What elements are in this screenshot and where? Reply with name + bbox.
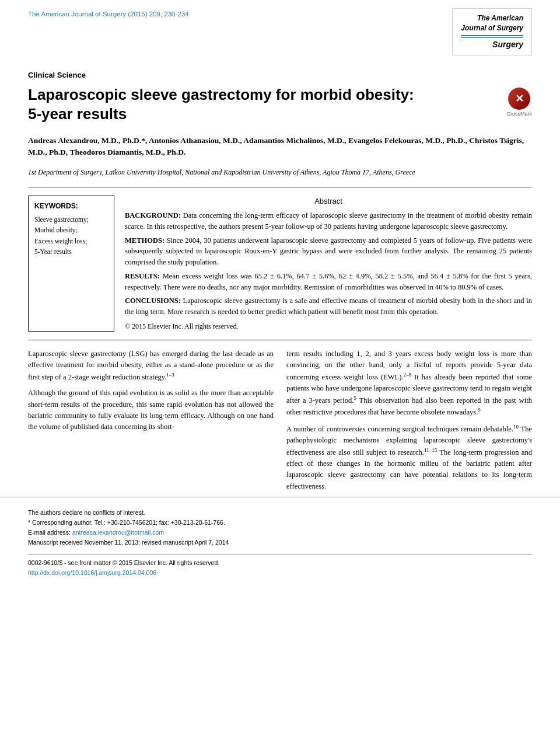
- logo-divider2: [461, 37, 523, 38]
- body-col1-p1: Laparoscopic sleeve gastrectomy (LSG) ha…: [28, 348, 274, 383]
- footer-corresponding: * Corresponding author. Tel.: +30-210-74…: [28, 518, 532, 528]
- results-text: Mean excess weight loss was 65.2 ± 6.1%,…: [125, 272, 532, 291]
- body-column-left: Laparoscopic sleeve gastrectomy (LSG) ha…: [28, 348, 274, 497]
- abstract-methods: METHODS: Since 2004, 30 patients underwe…: [125, 235, 532, 268]
- footer-email: E-mail address: antreasa.lexandrou@hotma…: [28, 528, 532, 538]
- footer-conflicts: The authors declare no conflicts of inte…: [28, 508, 532, 518]
- body-col2-p2b-sup: 11–15: [424, 447, 437, 453]
- background-text: Data concerning the long-term efficacy o…: [125, 211, 532, 231]
- authors-text: Andreas Alexandrou, M.D., Ph.D.*, Antoni…: [28, 136, 524, 156]
- conclusions-text: Laparoscopic sleeve gastrectomy is a saf…: [125, 297, 532, 316]
- keywords-title: KEYWORDS:: [34, 201, 108, 212]
- journal-logo: The American Journal of Surgery Surgery: [452, 8, 532, 55]
- footer-email-address[interactable]: antreasa.lexandrou@hotmail.com: [72, 529, 164, 536]
- abstract-content: Abstract BACKGROUND: Data concerning the…: [125, 196, 532, 332]
- affiliation: 1st Department of Surgery, Laïkon Univer…: [0, 162, 560, 184]
- body-col2-p1-sup: 2–8: [403, 372, 411, 378]
- abstract-conclusions: CONCLUSIONS: Laparoscopic sleeve gastrec…: [125, 295, 532, 318]
- page-header: The American Journal of Surgery (2015) 2…: [0, 0, 560, 60]
- body-col1-p2: Although the ground of this rapid evolut…: [28, 388, 274, 433]
- divider-top: [28, 187, 532, 187]
- body-col1-p1-text: Laparoscopic sleeve gastrectomy (LSG) ha…: [28, 350, 274, 381]
- footer-doi[interactable]: http://dx.doi.org/10.1016/j.amjsurg.2014…: [28, 568, 532, 578]
- methods-key: METHODS:: [125, 236, 164, 245]
- logo-line2: Journal of Surgery: [461, 23, 523, 33]
- page-footer: The authors declare no conflicts of inte…: [0, 497, 560, 583]
- crossmark-icon: ✕: [508, 88, 530, 110]
- crossmark-label: CrossMark: [506, 111, 532, 117]
- keyword-3: Excess weight loss;: [34, 236, 108, 246]
- body-col2-p1: term results including 1, 2, and 3 years…: [286, 348, 532, 419]
- body-column-right: term results including 1, 2, and 3 years…: [286, 348, 532, 497]
- results-key: RESULTS:: [125, 272, 160, 280]
- keywords-box: KEYWORDS: Sleeve gastrectomy; Morbid obe…: [28, 196, 114, 332]
- logo-line1: The American: [461, 13, 523, 23]
- article-title: Laparoscopic sleeve gastrectomy for morb…: [28, 85, 425, 123]
- footer-issn-area: 0002-9610/$ - see front matter © 2015 El…: [28, 554, 532, 578]
- journal-reference: The American Journal of Surgery (2015) 2…: [28, 8, 189, 18]
- footer-email-label: E-mail address:: [28, 529, 71, 536]
- body-section: Laparoscopic sleeve gastrectomy (LSG) ha…: [0, 343, 560, 497]
- methods-text: Since 2004, 30 patients underwent laparo…: [125, 236, 532, 267]
- abstract-section: KEYWORDS: Sleeve gastrectomy; Morbid obe…: [0, 190, 560, 337]
- title-area: Laparoscopic sleeve gastrectomy for morb…: [0, 82, 560, 129]
- footer-issn: 0002-9610/$ - see front matter © 2015 El…: [28, 558, 532, 568]
- journal-ref-text: The American Journal of Surgery (2015) 2…: [28, 11, 189, 18]
- body-col2-p2: A number of controversies concerning sur…: [286, 423, 532, 493]
- body-col2-p1c-sup: 9: [478, 407, 481, 413]
- abstract-header: Abstract: [125, 196, 532, 207]
- logo-script: Surgery: [461, 39, 523, 51]
- body-col2-p2-text: A number of controversies concerning sur…: [286, 425, 513, 433]
- body-col1-p1-sup: 1–3: [166, 372, 174, 378]
- keyword-2: Morbid obesity;: [34, 225, 108, 235]
- logo-divider1: [461, 35, 523, 36]
- conclusions-key: CONCLUSIONS:: [125, 297, 181, 305]
- keyword-4: 5-Year results: [34, 246, 108, 257]
- authors: Andreas Alexandrou, M.D., Ph.D.*, Antoni…: [0, 129, 560, 162]
- abstract-results: RESULTS: Mean excess weight loss was 65.…: [125, 271, 532, 293]
- section-label: Clinical Science: [0, 60, 560, 82]
- keyword-1: Sleeve gastrectomy;: [34, 214, 108, 225]
- background-key: BACKGROUND:: [125, 211, 181, 219]
- abstract-copyright: © 2015 Elsevier Inc. All rights reserved…: [125, 321, 532, 332]
- body-col2-p2-sup: 10: [513, 424, 519, 430]
- abstract-background: BACKGROUND: Data concerning the long-ter…: [125, 210, 532, 232]
- footer-manuscript: Manuscript received November 11, 2013; r…: [28, 538, 532, 548]
- divider-body: [28, 340, 532, 340]
- crossmark-badge: ✕ CrossMark: [506, 88, 532, 117]
